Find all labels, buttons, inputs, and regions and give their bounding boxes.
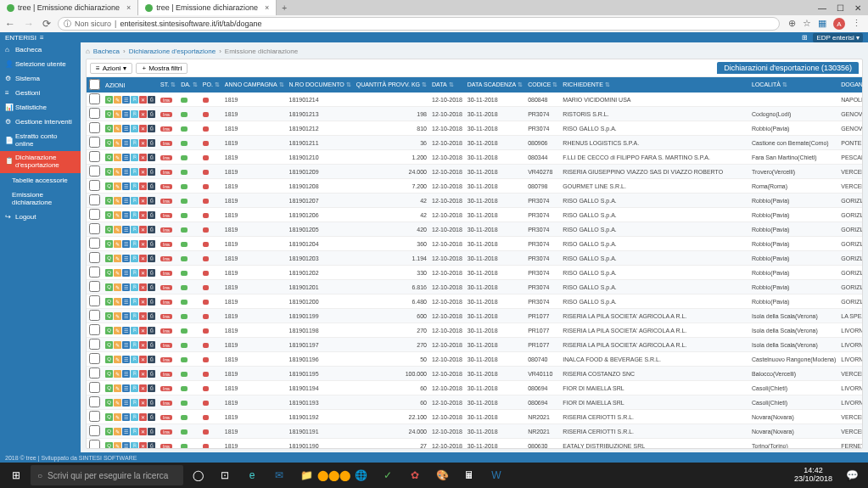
row-action-icon[interactable]: Q [105,442,113,449]
row-action-icon[interactable]: ✕ [139,269,147,277]
app-icon[interactable]: 🎨 [429,465,455,485]
table-row[interactable]: Q✎☰⎘✕⎙Ins 18191819012074212-10-201830-11… [87,194,862,208]
maximize-icon[interactable]: ☐ [837,3,844,13]
row-action-icon[interactable]: ⎘ [131,211,138,219]
ext-icon[interactable]: ▦ [818,18,826,30]
col-header[interactable] [87,77,103,93]
row-action-icon[interactable]: ⎘ [131,384,138,392]
row-action-icon[interactable]: Q [105,110,113,118]
profile-avatar[interactable]: A [833,18,845,30]
new-tab-button[interactable]: + [277,3,292,13]
row-action-icon[interactable]: ✕ [139,312,147,320]
row-action-icon[interactable]: ✎ [114,384,121,392]
cortana-icon[interactable]: ◯ [185,465,210,485]
row-action-icon[interactable]: ✎ [114,370,121,378]
row-action-icon[interactable]: Q [105,168,113,176]
app-icon[interactable]: ⬤⬤⬤ [321,465,346,485]
row-action-icon[interactable]: ⎙ [148,269,155,277]
row-checkbox[interactable] [89,396,100,407]
row-action-icon[interactable]: ✕ [139,413,147,421]
row-action-icon[interactable]: ☰ [122,168,130,176]
row-action-icon[interactable]: ✎ [114,312,121,320]
col-header[interactable]: CODICE⇅ [525,77,560,93]
row-action-icon[interactable]: Q [105,312,113,320]
row-action-icon[interactable]: ⎘ [131,370,138,378]
col-header[interactable]: PO.⇅ [200,77,222,93]
close-window-icon[interactable]: ✕ [854,3,861,13]
table-row[interactable]: Q✎☰⎘✕⎙Ins 181918190120233012-10-201830-1… [87,266,862,280]
app-icon[interactable]: 📁 [294,465,319,485]
row-action-icon[interactable]: ☰ [122,384,130,392]
col-header[interactable]: N.RO DOCUMENTO⇅ [287,77,354,93]
row-action-icon[interactable]: ✎ [114,442,121,449]
sidebar-item-2[interactable]: ⚙Sistema [0,71,81,86]
col-header[interactable]: DATA⇅ [429,77,465,93]
row-action-icon[interactable]: ⎙ [148,139,155,147]
row-action-icon[interactable]: ✕ [139,226,147,233]
row-action-icon[interactable]: ☰ [122,182,130,190]
row-action-icon[interactable]: Q [105,255,113,262]
table-row[interactable]: Q✎☰⎘✕⎙Ins 18191819012087.20012-10-201830… [87,179,862,194]
row-action-icon[interactable]: ⎘ [131,125,138,132]
close-icon[interactable]: × [265,3,269,12]
row-action-icon[interactable]: ⎙ [148,356,155,363]
taskbar-clock[interactable]: 14:42 23/10/2018 [789,467,837,484]
row-action-icon[interactable]: ✕ [139,356,147,363]
col-header[interactable]: DATA SCADENZA⇅ [465,77,525,93]
start-button[interactable]: ⊞ [3,465,29,485]
row-action-icon[interactable]: ⎙ [148,182,155,190]
row-action-icon[interactable]: ☰ [122,240,130,248]
taskview-icon[interactable]: ⊡ [212,465,238,485]
row-action-icon[interactable]: ✕ [139,139,147,147]
row-action-icon[interactable]: ⎙ [148,125,155,132]
row-action-icon[interactable]: ☰ [122,211,130,219]
row-checkbox[interactable] [89,93,100,104]
row-checkbox[interactable] [89,324,100,335]
row-checkbox[interactable] [89,339,100,350]
table-row[interactable]: Q✎☰⎘✕⎙Ins 181918190120542012-10-201830-1… [87,222,862,237]
row-action-icon[interactable]: ⎘ [131,96,138,104]
azioni-button[interactable]: ≡ Azioni ▾ [90,63,132,74]
row-checkbox[interactable] [89,411,100,422]
row-action-icon[interactable]: ✎ [114,226,121,233]
table-row[interactable]: Q✎☰⎘✕⎙Ins 18191819012113612-10-201830-11… [87,136,862,150]
row-action-icon[interactable]: Q [105,327,113,334]
row-action-icon[interactable]: ⎘ [131,312,138,320]
row-action-icon[interactable]: ✎ [114,139,121,147]
row-action-icon[interactable]: ⎙ [148,211,155,219]
col-header[interactable]: AZIONI [103,77,158,93]
row-action-icon[interactable]: ⎙ [148,384,155,392]
row-action-icon[interactable]: ✎ [114,211,121,219]
sidebar-item-0[interactable]: ⌂Bacheca [0,42,81,57]
row-action-icon[interactable]: ⎘ [131,399,138,407]
table-row[interactable]: Q✎☰⎘✕⎙Ins 181918190119124.00012-10-20183… [87,424,862,439]
row-action-icon[interactable]: ✎ [114,341,121,349]
row-action-icon[interactable]: ✕ [139,211,147,219]
sidebar-item-4[interactable]: 📊Statistiche [0,100,81,115]
row-action-icon[interactable]: ✕ [139,283,147,291]
row-action-icon[interactable]: ✎ [114,399,121,407]
row-action-icon[interactable]: ☰ [122,428,130,435]
home-icon[interactable]: ⌂ [86,48,90,55]
row-action-icon[interactable]: ⎙ [148,283,155,291]
row-action-icon[interactable]: ⎙ [148,442,155,449]
row-action-icon[interactable]: ✎ [114,283,121,291]
row-action-icon[interactable]: ✎ [114,298,121,306]
row-action-icon[interactable]: ✕ [139,341,147,349]
row-action-icon[interactable]: ☰ [122,356,130,363]
row-action-icon[interactable]: ✎ [114,96,121,104]
row-action-icon[interactable]: ✎ [114,110,121,118]
row-action-icon[interactable]: ✕ [139,154,147,161]
table-scroll[interactable]: AZIONIST.⇅DA.⇅PO.⇅ANNO CAMPAGNA⇅N.RO DOC… [87,77,862,448]
row-checkbox[interactable] [89,223,100,234]
row-action-icon[interactable]: ⎙ [148,110,155,118]
menu-toggle-icon[interactable]: ≡ [40,34,44,42]
row-action-icon[interactable]: ⎘ [131,413,138,421]
notifications-icon[interactable]: 💬 [839,465,865,485]
table-row[interactable]: Q✎☰⎘✕⎙Ins 181918190119827012-10-201830-1… [87,323,862,338]
row-checkbox[interactable] [89,353,100,364]
reload-icon[interactable]: ⟳ [41,18,53,30]
row-action-icon[interactable]: ✕ [139,182,147,190]
row-action-icon[interactable]: ✎ [114,240,121,248]
row-checkbox[interactable] [89,238,100,249]
